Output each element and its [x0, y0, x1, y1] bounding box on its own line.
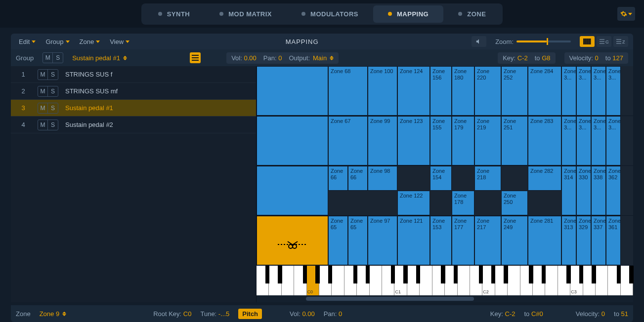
zone-cell[interactable]: Zone 66: [348, 166, 368, 191]
tab-zone[interactable]: ZONE: [443, 5, 501, 23]
settings-button[interactable]: [617, 7, 635, 21]
group-list-button[interactable]: [190, 52, 201, 63]
black-key[interactable]: [491, 266, 495, 283]
row-mute-button[interactable]: M: [38, 70, 48, 80]
group-pan[interactable]: 0: [278, 54, 282, 62]
menu-edit[interactable]: Edit: [16, 38, 39, 45]
black-key[interactable]: [579, 266, 583, 283]
group-selector[interactable]: Sustain pedal #1: [72, 54, 181, 62]
zone-key-high[interactable]: C#0: [531, 310, 543, 318]
black-key[interactable]: [265, 266, 269, 283]
group-output[interactable]: Output: Main: [289, 54, 334, 62]
keyboard[interactable]: C0C1C2C3: [257, 266, 633, 295]
zone-cell[interactable]: [257, 166, 328, 215]
zone-cell[interactable]: Zone 153: [430, 216, 452, 265]
zone-cell[interactable]: Zone 65: [348, 216, 368, 265]
zone-cell[interactable]: Zone 66: [328, 166, 348, 191]
black-key[interactable]: [529, 266, 533, 283]
black-key[interactable]: [278, 266, 282, 283]
row-mute-button[interactable]: M: [38, 103, 48, 113]
zone-cell[interactable]: Zone 337: [591, 216, 606, 265]
menu-group[interactable]: Group: [43, 38, 72, 45]
zone-cell[interactable]: Zone 252: [501, 66, 528, 116]
zone-cell[interactable]: Zone 250: [501, 191, 528, 215]
row-mute-button[interactable]: M: [38, 120, 48, 130]
black-key[interactable]: [353, 266, 357, 283]
zone-cell[interactable]: Zone 361: [606, 216, 621, 265]
white-key[interactable]: [282, 266, 294, 295]
row-solo-button[interactable]: S: [48, 120, 58, 130]
zone-cell[interactable]: Zone 314: [561, 166, 576, 215]
group-key-high[interactable]: G8: [542, 54, 550, 62]
zone-cell[interactable]: Zone 217: [474, 216, 501, 265]
zone-cell[interactable]: Zone 68: [328, 66, 368, 116]
group-solo-button[interactable]: S: [53, 53, 63, 63]
zone-cell[interactable]: Zone 177: [452, 216, 474, 265]
row-mute-button[interactable]: M: [38, 86, 48, 96]
zone-cell[interactable]: Zone 329: [576, 216, 591, 265]
zoom-slider[interactable]: [516, 40, 571, 42]
black-key[interactable]: [617, 266, 621, 283]
zone-cell[interactable]: Zone 123: [397, 116, 430, 165]
view-mode-keyboard[interactable]: [580, 36, 595, 47]
menu-zone[interactable]: Zone: [77, 38, 103, 45]
zone-vel-high[interactable]: 51: [621, 310, 628, 318]
zone-cell[interactable]: Zone 99: [368, 116, 397, 165]
zone-cell[interactable]: Zone 121: [397, 216, 430, 265]
black-key[interactable]: [542, 266, 546, 283]
black-key[interactable]: [366, 266, 370, 283]
tab-synth[interactable]: SYNTH: [143, 5, 205, 23]
black-key[interactable]: [403, 266, 407, 283]
zone-cell[interactable]: Zone 178: [452, 191, 474, 215]
zone-cell[interactable]: Zone 98: [368, 166, 397, 191]
zone-cell[interactable]: Zone 283: [528, 116, 561, 165]
horizontal-scrollbar[interactable]: [306, 297, 474, 301]
zone-cell[interactable]: Zone 3...: [561, 116, 576, 165]
zone-cell[interactable]: Zone 220: [474, 66, 501, 116]
zone-cell[interactable]: Zone 67: [328, 116, 368, 165]
black-key[interactable]: [504, 266, 508, 283]
black-key[interactable]: [416, 266, 420, 283]
zone-cell[interactable]: Zone 282: [528, 166, 561, 191]
zone-cell[interactable]: Zone 3...: [606, 66, 621, 116]
zone-cell[interactable]: Zone 156: [430, 66, 452, 116]
group-row[interactable]: 1 M S STRINGS SUS f: [11, 66, 256, 83]
white-key[interactable]: [332, 266, 344, 295]
zone-cell[interactable]: Zone 3...: [576, 116, 591, 165]
zone-cell[interactable]: Zone 100: [368, 66, 397, 116]
zone-cell[interactable]: Zone 219: [474, 116, 501, 165]
tab-modmatrix[interactable]: MOD MATRIX: [205, 5, 287, 23]
white-key[interactable]: [420, 266, 432, 295]
row-solo-button[interactable]: S: [48, 70, 58, 80]
zone-cell[interactable]: Zone 251: [501, 116, 528, 165]
zone-cell[interactable]: Zone 65: [328, 216, 348, 265]
zone-cell[interactable]: Zone 179: [452, 116, 474, 165]
zone-cell[interactable]: Zone 249: [501, 216, 528, 265]
zone-rootkey[interactable]: C0: [183, 310, 192, 318]
zone-cell[interactable]: Zone 362: [606, 166, 621, 215]
view-mode-zone[interactable]: Z: [613, 36, 628, 47]
menu-view[interactable]: View: [107, 38, 132, 45]
black-key[interactable]: [328, 266, 332, 283]
zone-pan[interactable]: 0: [339, 310, 342, 318]
zone-key-low[interactable]: C-2: [505, 310, 515, 318]
black-key[interactable]: [315, 266, 319, 283]
black-key[interactable]: [454, 266, 458, 283]
pitch-button[interactable]: Pitch: [238, 309, 262, 319]
row-solo-button[interactable]: S: [48, 103, 58, 113]
white-key[interactable]: [596, 266, 608, 295]
zone-vel-low[interactable]: 0: [601, 310, 605, 318]
audition-button[interactable]: [472, 36, 486, 47]
zone-cell[interactable]: [257, 66, 328, 116]
zone-cell[interactable]: Zone 180: [452, 66, 474, 116]
zone-cell[interactable]: Zone 97: [368, 216, 397, 265]
zone-cell[interactable]: Zone 330: [576, 166, 591, 215]
zone-cell[interactable]: [257, 216, 328, 265]
view-mode-group[interactable]: G: [597, 36, 611, 47]
row-solo-button[interactable]: S: [48, 86, 58, 96]
zone-tune[interactable]: -...5: [218, 310, 229, 318]
zone-cell[interactable]: Zone 218: [474, 166, 501, 191]
black-key[interactable]: [391, 266, 395, 283]
zone-cell[interactable]: Zone 3...: [591, 66, 606, 116]
white-key[interactable]: [508, 266, 520, 295]
